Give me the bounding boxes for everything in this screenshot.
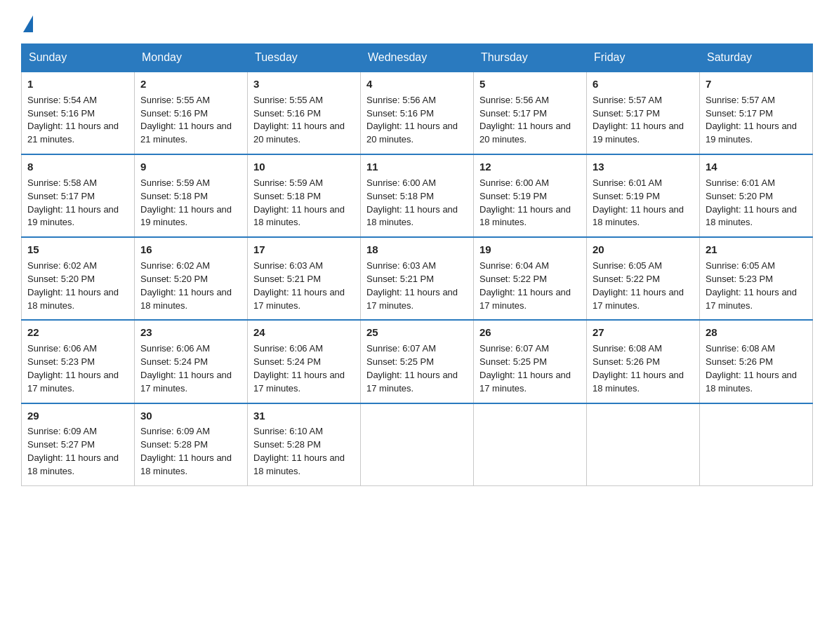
day-info: Sunrise: 6:03 AMSunset: 5:21 PMDaylight:… (366, 260, 458, 311)
day-cell-23: 23Sunrise: 6:06 AMSunset: 5:24 PMDayligh… (135, 320, 248, 403)
day-number: 17 (253, 242, 355, 257)
day-number: 19 (479, 242, 581, 257)
day-number: 10 (253, 159, 355, 175)
empty-cell (700, 403, 813, 486)
week-row-4: 22Sunrise: 6:06 AMSunset: 5:23 PMDayligh… (22, 320, 813, 403)
day-info: Sunrise: 6:06 AMSunset: 5:24 PMDaylight:… (253, 343, 345, 394)
day-info: Sunrise: 6:08 AMSunset: 5:26 PMDaylight:… (706, 343, 797, 394)
day-number: 16 (140, 242, 241, 257)
day-info: Sunrise: 6:09 AMSunset: 5:27 PMDaylight:… (27, 426, 119, 476)
day-number: 2 (140, 76, 241, 92)
day-cell-29: 29Sunrise: 6:09 AMSunset: 5:27 PMDayligh… (22, 403, 135, 486)
day-info: Sunrise: 6:06 AMSunset: 5:24 PMDaylight:… (140, 343, 232, 394)
calendar-header-friday: Friday (587, 44, 700, 72)
day-info: Sunrise: 6:05 AMSunset: 5:22 PMDaylight:… (593, 260, 684, 311)
day-cell-5: 5Sunrise: 5:56 AMSunset: 5:17 PMDaylight… (474, 72, 587, 154)
empty-cell (361, 403, 474, 486)
day-number: 30 (140, 408, 241, 424)
calendar-header-sunday: Sunday (22, 44, 135, 72)
day-cell-10: 10Sunrise: 5:59 AMSunset: 5:18 PMDayligh… (248, 154, 361, 237)
day-number: 31 (253, 408, 355, 424)
calendar-header-saturday: Saturday (700, 44, 813, 72)
day-info: Sunrise: 6:01 AMSunset: 5:19 PMDaylight:… (593, 177, 684, 228)
day-cell-26: 26Sunrise: 6:07 AMSunset: 5:25 PMDayligh… (474, 320, 587, 403)
day-cell-11: 11Sunrise: 6:00 AMSunset: 5:18 PMDayligh… (361, 154, 474, 237)
empty-cell (587, 403, 700, 486)
day-info: Sunrise: 5:59 AMSunset: 5:18 PMDaylight:… (253, 177, 345, 228)
day-info: Sunrise: 5:55 AMSunset: 5:16 PMDaylight:… (253, 95, 345, 145)
day-number: 29 (27, 408, 128, 424)
day-info: Sunrise: 5:57 AMSunset: 5:17 PMDaylight:… (706, 95, 797, 145)
day-number: 6 (593, 76, 694, 92)
day-info: Sunrise: 5:54 AMSunset: 5:16 PMDaylight:… (27, 95, 119, 145)
day-cell-18: 18Sunrise: 6:03 AMSunset: 5:21 PMDayligh… (361, 237, 474, 320)
day-info: Sunrise: 6:06 AMSunset: 5:23 PMDaylight:… (27, 343, 119, 394)
day-cell-28: 28Sunrise: 6:08 AMSunset: 5:26 PMDayligh… (700, 320, 813, 403)
logo (21, 14, 33, 31)
day-cell-1: 1Sunrise: 5:54 AMSunset: 5:16 PMDaylight… (22, 72, 135, 154)
calendar-header-tuesday: Tuesday (248, 44, 361, 72)
logo-triangle-icon (23, 15, 33, 32)
day-number: 23 (140, 325, 241, 340)
day-cell-4: 4Sunrise: 5:56 AMSunset: 5:16 PMDaylight… (361, 72, 474, 154)
day-cell-30: 30Sunrise: 6:09 AMSunset: 5:28 PMDayligh… (135, 403, 248, 486)
day-number: 11 (366, 159, 468, 175)
day-info: Sunrise: 5:58 AMSunset: 5:17 PMDaylight:… (27, 177, 119, 228)
day-info: Sunrise: 6:07 AMSunset: 5:25 PMDaylight:… (366, 343, 458, 394)
calendar-table: SundayMondayTuesdayWednesdayThursdayFrid… (21, 43, 813, 486)
day-number: 12 (479, 159, 581, 175)
day-cell-16: 16Sunrise: 6:02 AMSunset: 5:20 PMDayligh… (135, 237, 248, 320)
day-cell-7: 7Sunrise: 5:57 AMSunset: 5:17 PMDaylight… (700, 72, 813, 154)
day-cell-13: 13Sunrise: 6:01 AMSunset: 5:19 PMDayligh… (587, 154, 700, 237)
calendar-header-thursday: Thursday (474, 44, 587, 72)
day-cell-19: 19Sunrise: 6:04 AMSunset: 5:22 PMDayligh… (474, 237, 587, 320)
day-info: Sunrise: 6:03 AMSunset: 5:21 PMDaylight:… (253, 260, 345, 311)
day-number: 26 (479, 325, 581, 340)
day-info: Sunrise: 5:56 AMSunset: 5:17 PMDaylight:… (479, 95, 571, 145)
day-cell-2: 2Sunrise: 5:55 AMSunset: 5:16 PMDaylight… (135, 72, 248, 154)
day-info: Sunrise: 5:57 AMSunset: 5:17 PMDaylight:… (593, 95, 684, 145)
week-row-1: 1Sunrise: 5:54 AMSunset: 5:16 PMDaylight… (22, 72, 813, 154)
day-cell-31: 31Sunrise: 6:10 AMSunset: 5:28 PMDayligh… (248, 403, 361, 486)
day-number: 18 (366, 242, 468, 257)
day-info: Sunrise: 6:00 AMSunset: 5:18 PMDaylight:… (366, 177, 458, 228)
day-cell-17: 17Sunrise: 6:03 AMSunset: 5:21 PMDayligh… (248, 237, 361, 320)
day-info: Sunrise: 6:05 AMSunset: 5:23 PMDaylight:… (706, 260, 797, 311)
day-number: 15 (27, 242, 128, 257)
day-number: 25 (366, 325, 468, 340)
day-cell-22: 22Sunrise: 6:06 AMSunset: 5:23 PMDayligh… (22, 320, 135, 403)
page-header (21, 14, 813, 31)
week-row-3: 15Sunrise: 6:02 AMSunset: 5:20 PMDayligh… (22, 237, 813, 320)
day-cell-24: 24Sunrise: 6:06 AMSunset: 5:24 PMDayligh… (248, 320, 361, 403)
day-cell-12: 12Sunrise: 6:00 AMSunset: 5:19 PMDayligh… (474, 154, 587, 237)
calendar-header-monday: Monday (135, 44, 248, 72)
day-number: 4 (366, 76, 468, 92)
day-cell-21: 21Sunrise: 6:05 AMSunset: 5:23 PMDayligh… (700, 237, 813, 320)
day-info: Sunrise: 6:07 AMSunset: 5:25 PMDaylight:… (479, 343, 571, 394)
day-cell-9: 9Sunrise: 5:59 AMSunset: 5:18 PMDaylight… (135, 154, 248, 237)
day-number: 13 (593, 159, 694, 175)
week-row-5: 29Sunrise: 6:09 AMSunset: 5:27 PMDayligh… (22, 403, 813, 486)
day-number: 14 (706, 159, 807, 175)
day-cell-27: 27Sunrise: 6:08 AMSunset: 5:26 PMDayligh… (587, 320, 700, 403)
day-number: 22 (27, 325, 128, 340)
day-info: Sunrise: 6:09 AMSunset: 5:28 PMDaylight:… (140, 426, 232, 476)
day-info: Sunrise: 5:59 AMSunset: 5:18 PMDaylight:… (140, 177, 232, 228)
day-number: 27 (593, 325, 694, 340)
day-number: 3 (253, 76, 355, 92)
day-info: Sunrise: 6:04 AMSunset: 5:22 PMDaylight:… (479, 260, 571, 311)
day-number: 21 (706, 242, 807, 257)
day-cell-20: 20Sunrise: 6:05 AMSunset: 5:22 PMDayligh… (587, 237, 700, 320)
day-cell-14: 14Sunrise: 6:01 AMSunset: 5:20 PMDayligh… (700, 154, 813, 237)
day-number: 1 (27, 76, 128, 92)
day-number: 24 (253, 325, 355, 340)
calendar-header-wednesday: Wednesday (361, 44, 474, 72)
day-number: 9 (140, 159, 241, 175)
day-info: Sunrise: 6:02 AMSunset: 5:20 PMDaylight:… (140, 260, 232, 311)
day-number: 8 (27, 159, 128, 175)
day-info: Sunrise: 6:01 AMSunset: 5:20 PMDaylight:… (706, 177, 797, 228)
day-number: 20 (593, 242, 694, 257)
day-cell-6: 6Sunrise: 5:57 AMSunset: 5:17 PMDaylight… (587, 72, 700, 154)
day-cell-8: 8Sunrise: 5:58 AMSunset: 5:17 PMDaylight… (22, 154, 135, 237)
day-info: Sunrise: 5:55 AMSunset: 5:16 PMDaylight:… (140, 95, 232, 145)
